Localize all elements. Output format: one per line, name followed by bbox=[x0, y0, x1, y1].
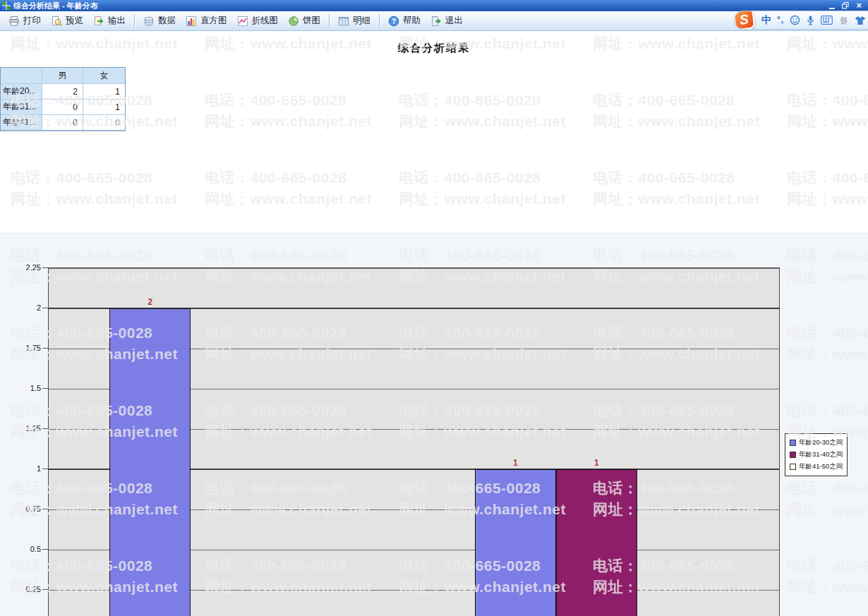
legend-entry: 年龄31-40之间 bbox=[790, 449, 843, 461]
minimize-button[interactable] bbox=[829, 0, 835, 11]
gridline bbox=[49, 268, 779, 269]
table-row: 年龄31...01 bbox=[1, 99, 125, 115]
table-cell-value: 1 bbox=[83, 99, 125, 115]
y-tick-mark bbox=[42, 428, 48, 429]
table-icon bbox=[338, 16, 349, 27]
line-chart-label: 折线图 bbox=[252, 15, 279, 27]
pie-chart-icon bbox=[288, 16, 299, 27]
exit-button[interactable]: 退出 bbox=[426, 13, 468, 28]
bar-value-label: 1 bbox=[556, 458, 637, 468]
chart-bar bbox=[556, 469, 637, 616]
window-title: 综合分析结果 - 年龄分布 bbox=[13, 0, 829, 11]
ime-toolbar: S 中 °, bbox=[734, 11, 868, 30]
table-cell-value: 1 bbox=[83, 84, 125, 99]
window-controls: × bbox=[829, 0, 862, 11]
report-table: 男女年龄20...21年龄31...01年龄41...00 bbox=[0, 67, 126, 131]
chart-panel: 2.2521.751.51.2510.750.50.25 211 年龄20-30… bbox=[0, 233, 868, 616]
y-tick-mark bbox=[42, 388, 48, 389]
output-label: 输出 bbox=[108, 15, 126, 27]
legend-label: 年龄20-30之间 bbox=[799, 438, 843, 447]
soft-keyboard-icon[interactable] bbox=[821, 16, 833, 25]
emoji-icon[interactable] bbox=[790, 15, 800, 25]
help-button[interactable]: ?帮助 bbox=[383, 13, 426, 28]
y-tick-label: 0.25 bbox=[0, 584, 41, 594]
bar-chart-icon bbox=[186, 16, 197, 27]
legend-label: 年龄31-40之间 bbox=[799, 450, 843, 459]
report-panel: 综合分析结果 男女年龄20...21年龄31...01年龄41...00 bbox=[0, 31, 868, 233]
report-title: 综合分析结果 bbox=[0, 42, 868, 55]
y-tick-mark bbox=[42, 348, 48, 349]
detail-label: 明细 bbox=[353, 15, 370, 27]
ime-lang-mode-button[interactable]: 中 bbox=[761, 11, 771, 30]
y-tick-mark bbox=[42, 469, 48, 469]
y-tick-label: 1.75 bbox=[0, 343, 41, 353]
plot-area: 211 bbox=[48, 267, 780, 616]
bar-value-label: 2 bbox=[109, 297, 191, 307]
y-tick-label: 2.25 bbox=[0, 262, 41, 272]
chart-bar bbox=[109, 308, 191, 616]
app-icon bbox=[2, 1, 11, 10]
export-icon bbox=[93, 16, 104, 27]
svg-text:?: ? bbox=[392, 17, 396, 25]
y-tick-label: 1.25 bbox=[0, 423, 41, 433]
y-tick-mark bbox=[42, 589, 48, 590]
microphone-icon[interactable] bbox=[806, 15, 815, 26]
histogram-button[interactable]: 直方图 bbox=[181, 13, 232, 28]
data-label: 数据 bbox=[158, 15, 176, 27]
table-row-label: 年龄31... bbox=[1, 99, 42, 115]
preview-icon bbox=[51, 16, 62, 27]
legend-entry: 年龄20-30之间 bbox=[790, 437, 843, 449]
legend-swatch bbox=[790, 440, 796, 446]
detail-button[interactable]: 明细 bbox=[333, 13, 375, 28]
exit-icon bbox=[430, 16, 442, 27]
y-tick-label: 2 bbox=[0, 303, 41, 313]
toolbar-separator bbox=[134, 14, 135, 28]
table-column-header: 男 bbox=[42, 68, 83, 84]
print-label: 打印 bbox=[23, 15, 41, 27]
y-tick-label: 1.5 bbox=[0, 383, 41, 393]
y-tick-mark bbox=[42, 549, 48, 550]
database-icon bbox=[143, 16, 155, 27]
bar-value-label: 1 bbox=[475, 458, 556, 468]
pie-chart-button[interactable]: 饼图 bbox=[283, 13, 325, 28]
table-cell-value: 2 bbox=[42, 84, 83, 99]
data-button[interactable]: 数据 bbox=[138, 13, 181, 28]
preview-label: 预览 bbox=[66, 15, 83, 27]
toolbar-separator bbox=[379, 14, 380, 28]
y-tick-label: 0.5 bbox=[0, 544, 41, 554]
legend-label: 年龄41-50之间 bbox=[799, 462, 843, 471]
table-cell-value: 0 bbox=[42, 99, 83, 115]
print-button[interactable]: 打印 bbox=[4, 13, 46, 28]
help-label: 帮助 bbox=[403, 15, 421, 27]
y-tick-mark bbox=[42, 308, 48, 308]
help-icon: ? bbox=[388, 16, 399, 27]
histogram-label: 直方图 bbox=[200, 15, 227, 27]
sogou-logo-icon[interactable]: S bbox=[734, 11, 755, 30]
table-header-row: 男女 bbox=[1, 68, 125, 84]
table-cell-value: 0 bbox=[83, 115, 125, 131]
skin-icon[interactable] bbox=[855, 16, 866, 25]
close-button[interactable]: × bbox=[856, 0, 862, 11]
preview-button[interactable]: 预览 bbox=[46, 13, 88, 28]
legend-entry: 年龄41-50之间 bbox=[790, 461, 843, 473]
chart-bar bbox=[475, 469, 556, 616]
legend-swatch bbox=[790, 464, 796, 470]
table-row-label: 年龄20... bbox=[1, 84, 42, 99]
table-row-label: 年龄41... bbox=[1, 115, 42, 131]
restore-button[interactable] bbox=[842, 0, 849, 11]
table-column-header: 女 bbox=[83, 68, 125, 84]
handwriting-icon[interactable] bbox=[838, 15, 849, 25]
chart-legend: 年龄20-30之间年龄31-40之间年龄41-50之间 bbox=[785, 433, 848, 476]
pie-chart-label: 饼图 bbox=[303, 15, 320, 27]
table-corner-cell bbox=[1, 68, 42, 84]
title-bar: 综合分析结果 - 年龄分布 × bbox=[0, 0, 868, 11]
y-tick-label: 1 bbox=[0, 464, 41, 473]
legend-swatch bbox=[790, 452, 796, 458]
exit-label: 退出 bbox=[445, 15, 463, 27]
printer-icon bbox=[8, 16, 20, 27]
line-chart-button[interactable]: 折线图 bbox=[232, 13, 284, 28]
table-row: 年龄20...21 bbox=[1, 84, 125, 99]
ime-punctuation-button[interactable]: °, bbox=[777, 11, 784, 30]
table-cell-value: 0 bbox=[42, 115, 83, 131]
output-button[interactable]: 输出 bbox=[88, 13, 131, 28]
